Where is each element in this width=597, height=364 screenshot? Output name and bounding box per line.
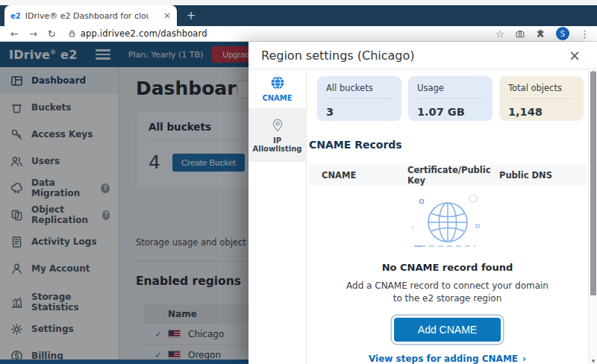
chevron-right-icon: › [522, 354, 526, 364]
scrollbar-thumb[interactable] [590, 72, 596, 295]
browser-tab[interactable]: e2 IDrive® e2 Dashboard for cloud × [4, 5, 177, 26]
menu-dots-icon[interactable]: ⋮ [580, 28, 590, 40]
profile-avatar[interactable]: S [556, 27, 569, 40]
stat-value: 1,148 [508, 106, 575, 118]
empty-state-description: Add a CNAME record to connect your domai… [307, 280, 588, 306]
forward-icon[interactable]: → [29, 28, 37, 40]
panel-tab-rail: CNAME IP Allowlisting [249, 69, 307, 364]
panel-header: Region settings (Chicago) × [249, 42, 597, 69]
panel-scrollbar[interactable]: ▲ ▼ [588, 69, 597, 364]
browser-toolbar: ← → ↻ app.idrivee2.com/dashboard ☆ S ⋮ [0, 26, 597, 42]
region-settings-panel: Region settings (Chicago) × CNAME IP All… [249, 42, 597, 364]
stat-label: Total objects [508, 83, 575, 93]
column-header: CNAME [322, 170, 407, 181]
cname-records-heading: CNAME Records [309, 139, 402, 151]
back-icon[interactable]: ← [10, 28, 19, 40]
globe-illustration-icon [399, 195, 496, 254]
view-steps-link[interactable]: View steps for adding CNAME› [369, 354, 526, 364]
panel-title: Region settings (Chicago) [261, 48, 415, 63]
close-icon[interactable]: × [569, 48, 581, 63]
refresh-icon[interactable]: ↻ [48, 28, 56, 40]
stat-value: 1.07 GB [417, 106, 484, 118]
location-pin-icon [270, 118, 285, 133]
tab-title: IDrive® e2 Dashboard for cloud [25, 11, 149, 21]
browser-tabstrip: e2 IDrive® e2 Dashboard for cloud × + [0, 5, 597, 26]
globe-icon [270, 75, 285, 90]
padlock-icon[interactable] [68, 29, 76, 38]
extensions-puzzle-icon[interactable] [536, 29, 546, 39]
stat-value: 3 [326, 106, 393, 118]
empty-state-title: No CNAME record found [307, 262, 588, 273]
scroll-down-icon[interactable]: ▼ [589, 358, 597, 363]
camera-extension-icon[interactable] [515, 29, 525, 39]
tab-label: IP Allowlisting [250, 136, 304, 153]
stat-card-all-buckets: All buckets 3 [317, 76, 401, 121]
tab-ip-allowlisting[interactable]: IP Allowlisting [249, 108, 306, 162]
stats-row: All buckets 3 Usage 1.07 GB Total object… [317, 76, 584, 121]
app-area: IDrive® e2 Plan: Yearly (1 TB) Upgrade D… [0, 42, 597, 364]
screenshot-root: e2 IDrive® e2 Dashboard for cloud × + ← … [0, 0, 597, 364]
stat-label: Usage [417, 83, 484, 93]
window-top-edge [0, 0, 597, 5]
bookmark-star-icon[interactable]: ☆ [496, 28, 504, 40]
modal-dim-overlay[interactable] [0, 42, 249, 364]
stat-label: All buckets [326, 83, 393, 93]
add-cname-button[interactable]: Add CNAME [394, 318, 501, 342]
stat-card-total-objects: Total objects 1,148 [499, 76, 584, 121]
panel-body: All buckets 3 Usage 1.07 GB Total object… [307, 69, 588, 364]
stat-card-usage: Usage 1.07 GB [408, 76, 493, 121]
tab-label: CNAME [262, 94, 292, 102]
cname-table-header: CNAME Certificate/Public Key Public DNS [309, 165, 587, 186]
url-text[interactable]: app.idrivee2.com/dashboard [81, 28, 207, 39]
tab-favicon-e2: e2 [10, 12, 21, 20]
tab-cname[interactable]: CNAME [249, 69, 306, 108]
new-tab-button[interactable]: + [184, 9, 198, 22]
tab-close-icon[interactable]: × [163, 10, 171, 21]
column-header: Public DNS [499, 170, 552, 181]
column-header: Certificate/Public Key [407, 165, 499, 186]
cname-empty-state: No CNAME record found Add a CNAME record… [307, 195, 588, 364]
